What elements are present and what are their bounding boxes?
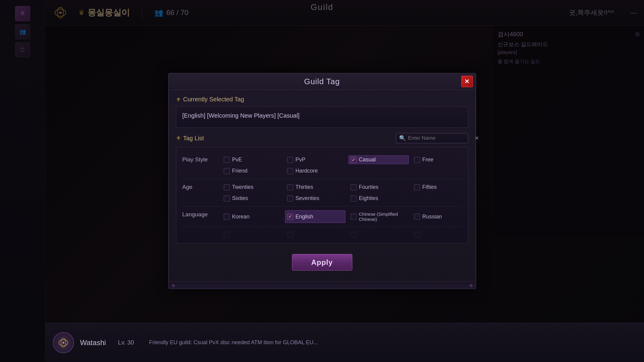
age-options: Twenties Thirties Fourties Fifties — [222, 183, 468, 203]
option-fifties[interactable]: Fifties — [412, 183, 468, 192]
checkbox-seventies — [287, 195, 293, 202]
label-casual: Casual — [359, 157, 376, 163]
option-fourties[interactable]: Fourties — [348, 183, 409, 192]
label-seventies: Seventies — [296, 195, 319, 202]
play-style-options: PvE PvP ✓ Casual — [222, 155, 468, 175]
checkbox-pve — [224, 157, 230, 163]
more-options — [222, 230, 468, 239]
option-more-3[interactable] — [348, 230, 409, 239]
guild-tag-modal: Guild Tag ✕ ⚜ Currently Selected Tag [En… — [168, 73, 476, 289]
checkbox-pvp — [287, 157, 293, 163]
checkmark-casual: ✓ — [352, 157, 355, 162]
more-label — [182, 230, 222, 231]
svg-point-5 — [62, 342, 64, 344]
checkbox-friend — [224, 168, 230, 174]
search-box: 🔍 ✕ — [396, 133, 468, 143]
tag-list-title: Tag List — [183, 135, 204, 142]
option-more-1[interactable] — [222, 230, 282, 239]
option-casual[interactable]: ✓ Casual — [348, 155, 409, 164]
checkbox-free — [414, 157, 420, 163]
language-options: Korean ✓ English Chinese (Simplified Chi… — [222, 210, 468, 223]
label-korean: Korean — [232, 214, 250, 220]
language-row: Language Korean ✓ English — [182, 207, 462, 227]
selected-tag-header: ⚜ Currently Selected Tag — [176, 96, 468, 103]
modal-title: Guild Tag — [304, 77, 340, 86]
tag-list-icon: ⚜ — [176, 135, 181, 141]
label-pve: PvE — [232, 157, 242, 163]
option-sixties[interactable]: Sixties — [222, 194, 282, 203]
option-hardcore[interactable]: Hardcore — [285, 167, 345, 175]
selected-tag-box: [English] [Welcoming New Players] [Casua… — [176, 106, 468, 128]
option-english[interactable]: ✓ English — [285, 210, 345, 223]
option-thirties[interactable]: Thirties — [285, 183, 345, 192]
option-chinese[interactable]: Chinese (Simplified Chinese) — [348, 210, 409, 223]
checkbox-eighties — [351, 195, 357, 202]
selected-tag-title: Currently Selected Tag — [183, 96, 244, 103]
checkbox-thirties — [287, 184, 293, 190]
checkbox-more-4 — [414, 232, 420, 238]
deco-corner-right: ◈ — [469, 282, 473, 288]
label-fifties: Fifties — [422, 184, 437, 190]
age-label: Age — [182, 183, 222, 190]
option-pvp[interactable]: PvP — [285, 155, 345, 164]
option-korean[interactable]: Korean — [222, 210, 282, 223]
deco-corner-left: ◈ — [171, 282, 175, 288]
bottom-bar: Watashi Lv. 30 Friendly EU guild: Csual … — [45, 323, 644, 362]
checkbox-casual: ✓ — [351, 157, 357, 163]
checkbox-hardcore — [287, 168, 293, 174]
selected-tag-section: ⚜ Currently Selected Tag [English] [Welc… — [176, 96, 468, 128]
option-more-2[interactable] — [285, 230, 345, 239]
label-russian: Russian — [422, 214, 442, 220]
checkbox-korean — [224, 214, 230, 220]
label-sixties: Sixties — [232, 195, 248, 202]
label-chinese: Chinese (Simplified Chinese) — [359, 211, 407, 222]
bottom-description: Friendly EU guild: Csual PvX disc needed… — [149, 339, 318, 346]
language-label: Language — [182, 210, 222, 218]
modal-body: ⚜ Currently Selected Tag [English] [Welc… — [168, 90, 476, 281]
bottom-level-label: Lv. 30 — [118, 339, 134, 346]
modal-close-button[interactable]: ✕ — [461, 76, 473, 87]
label-friend: Friend — [232, 168, 248, 174]
label-eighties: Eighties — [359, 195, 378, 202]
option-more-4[interactable] — [412, 230, 468, 239]
checkbox-fourties — [351, 184, 357, 190]
selected-tag-value: [English] [Welcoming New Players] [Casua… — [182, 112, 300, 119]
checkbox-chinese — [351, 214, 357, 220]
checkmark-english: ✓ — [288, 214, 292, 219]
option-pve[interactable]: PvE — [222, 155, 282, 164]
bottom-avatar — [53, 332, 74, 353]
checkbox-more-2 — [287, 232, 293, 238]
bottom-player-name: Watashi — [80, 338, 106, 347]
option-free[interactable]: Free — [412, 155, 468, 164]
checkbox-english: ✓ — [287, 214, 293, 220]
more-row — [182, 227, 462, 240]
checkbox-sixties — [224, 195, 230, 202]
label-twenties: Twenties — [232, 184, 254, 190]
tag-grid: Play Style PvE PvP ✓ — [176, 147, 468, 243]
tag-list-section: ⚜ Tag List 🔍 ✕ Play Style P — [176, 133, 468, 243]
option-eighties[interactable]: Eighties — [348, 194, 409, 203]
apply-button[interactable]: Apply — [292, 254, 352, 271]
label-hardcore: Hardcore — [296, 168, 318, 174]
checkbox-fifties — [414, 184, 420, 190]
play-style-label: Play Style — [182, 155, 222, 163]
label-pvp: PvP — [296, 157, 306, 163]
age-row: Age Twenties Thirties Fourties — [182, 179, 462, 207]
checkbox-twenties — [224, 184, 230, 190]
option-twenties[interactable]: Twenties — [222, 183, 282, 192]
search-input[interactable] — [408, 135, 472, 141]
modal-footer: ◈ ◈ — [168, 281, 476, 289]
option-seventies[interactable]: Seventies — [285, 194, 345, 203]
checkbox-russian — [414, 214, 420, 220]
search-clear-button[interactable]: ✕ — [475, 135, 479, 141]
tag-list-header: ⚜ Tag List 🔍 ✕ — [176, 133, 468, 143]
modal-header: Guild Tag ✕ — [168, 73, 476, 90]
option-friend[interactable]: Friend — [222, 167, 282, 175]
selected-tag-icon: ⚜ — [176, 96, 181, 103]
checkbox-more-1 — [224, 232, 230, 238]
label-free: Free — [422, 157, 434, 163]
checkbox-more-3 — [351, 232, 357, 238]
play-style-row: Play Style PvE PvP ✓ — [182, 152, 462, 179]
option-russian[interactable]: Russian — [412, 210, 468, 223]
apply-section: Apply — [176, 251, 468, 275]
